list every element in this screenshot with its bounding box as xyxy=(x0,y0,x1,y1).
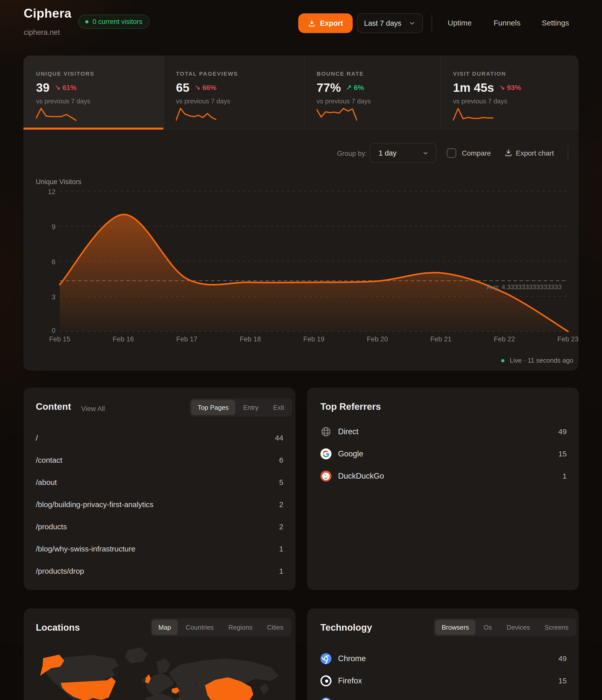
list-item[interactable]: DuckDuckGo 1 xyxy=(320,465,567,487)
list-item-partial[interactable] xyxy=(320,692,567,700)
live-status: Live · 11 seconds ago xyxy=(510,356,573,365)
stat-compare: vs previous 7 days xyxy=(317,97,371,105)
x-tick: Feb 21 xyxy=(425,335,457,343)
compare-checkbox[interactable] xyxy=(447,148,456,158)
list-item[interactable]: /products/drop1 xyxy=(36,560,283,582)
x-tick: Feb 17 xyxy=(170,335,203,343)
list-item[interactable]: /blog/why-swiss-infrastructure1 xyxy=(36,538,283,560)
referrers-card xyxy=(307,388,579,590)
stat-compare: vs previous 7 days xyxy=(176,97,230,105)
stat-label: TOTAL PAGEVIEWS xyxy=(176,71,238,77)
page-path: /blog/building-privacy-first-analytics xyxy=(36,500,153,509)
download-icon xyxy=(504,148,513,157)
date-range-dropdown[interactable]: Last 7 days xyxy=(357,14,423,33)
stat-compare: vs previous 7 days xyxy=(36,97,90,105)
page-count: 6 xyxy=(279,456,283,465)
average-line-label: Avg: 4.333333333333333 xyxy=(487,283,562,291)
group-by-value: 1 day xyxy=(379,149,397,157)
tab-screens[interactable]: Screens xyxy=(538,620,575,635)
list-item[interactable]: /about5 xyxy=(36,471,283,494)
compare-label[interactable]: Compare xyxy=(462,149,491,157)
list-item[interactable]: /blog/building-privacy-first-analytics2 xyxy=(36,494,283,516)
list-item[interactable]: Direct 49 xyxy=(320,421,567,443)
list-item[interactable]: Chrome 49 xyxy=(320,648,567,670)
chevron-down-icon xyxy=(422,150,429,156)
google-icon xyxy=(320,448,331,459)
nav-funnels[interactable]: Funnels xyxy=(494,19,521,27)
export-button[interactable]: Export xyxy=(298,14,353,33)
list-item[interactable]: /contact6 xyxy=(36,449,283,471)
page-count: 44 xyxy=(275,434,283,442)
date-range-value: Last 7 days xyxy=(364,19,401,27)
page-count: 2 xyxy=(279,500,283,509)
y-tick: 12 xyxy=(38,188,55,196)
map-africa xyxy=(143,694,178,700)
export-chart-button[interactable]: Export chart xyxy=(516,149,554,157)
stat-delta: ↘ 93% xyxy=(499,83,521,92)
tab-top-pages[interactable]: Top Pages xyxy=(191,400,235,415)
x-tick: Feb 23 xyxy=(552,335,584,343)
sparkline-visit-duration xyxy=(453,106,493,123)
referrer-count: 15 xyxy=(558,450,567,458)
browser-icon xyxy=(320,698,331,700)
nav-settings[interactable]: Settings xyxy=(542,19,569,27)
stat-label: UNIQUE VISITORS xyxy=(36,71,94,77)
chrome-icon xyxy=(320,653,331,664)
firefox-icon xyxy=(320,675,331,686)
site-title: Ciphera xyxy=(24,6,72,21)
dashboard-page: Ciphera 0 current visitors ciphera.net E… xyxy=(0,0,602,700)
referrer-count: 1 xyxy=(562,472,567,480)
y-tick: 9 xyxy=(38,223,55,231)
y-tick: 6 xyxy=(38,258,55,266)
page-count: 5 xyxy=(279,478,283,487)
page-path: /blog/why-swiss-infrastructure xyxy=(36,545,135,553)
list-item[interactable]: /products2 xyxy=(36,516,283,538)
tab-browsers[interactable]: Browsers xyxy=(435,620,475,635)
list-item[interactable]: Google 15 xyxy=(320,443,567,465)
stat-delta: ↘ 66% xyxy=(194,83,216,92)
list-item[interactable]: /44 xyxy=(36,427,283,449)
download-icon xyxy=(308,19,316,27)
chart-y-axis-title: Unique Visitors xyxy=(36,178,81,186)
stat-value: 77% xyxy=(317,81,341,95)
tab-cities[interactable]: Cities xyxy=(260,620,290,635)
group-by-dropdown[interactable]: 1 day xyxy=(370,143,436,163)
nav-uptime[interactable]: Uptime xyxy=(448,19,472,27)
list-item[interactable]: Firefox 15 xyxy=(320,670,567,692)
page-path: /products/drop xyxy=(36,567,84,575)
map-europe xyxy=(147,674,174,696)
unique-visitors-area-chart[interactable] xyxy=(60,191,568,331)
page-path: /products xyxy=(36,523,67,531)
map-japan xyxy=(260,684,269,695)
live-dot-icon xyxy=(501,359,504,362)
referrer-name: Google xyxy=(338,449,363,458)
world-map[interactable] xyxy=(28,640,291,700)
chevron-down-icon xyxy=(409,20,416,27)
content-list: /44 /contact6 /about5 /blog/building-pri… xyxy=(36,427,283,582)
tab-os[interactable]: Os xyxy=(477,620,498,635)
tab-entry[interactable]: Entry xyxy=(237,400,265,415)
content-tabs: Top Pages Entry Exit xyxy=(190,398,292,417)
stat-card-visit-duration[interactable]: VISIT DURATION 1m 45s ↘ 93% vs previous … xyxy=(441,55,579,129)
browser-name: Chrome xyxy=(338,654,366,663)
tab-devices[interactable]: Devices xyxy=(500,620,536,635)
browser-name: Firefox xyxy=(338,676,362,685)
locations-title: Locations xyxy=(36,622,80,633)
referrer-name: Direct xyxy=(338,427,358,436)
tab-exit[interactable]: Exit xyxy=(267,400,291,415)
content-view-all-link[interactable]: View All xyxy=(81,405,105,413)
group-by-label: Group by: xyxy=(337,150,367,157)
stat-value: 39 xyxy=(36,81,49,95)
stat-card-total-pageviews[interactable]: TOTAL PAGEVIEWS 65 ↘ 66% vs previous 7 d… xyxy=(164,55,304,129)
stat-card-bounce-rate[interactable]: BOUNCE RATE 77% ↗ 6% vs previous 7 days xyxy=(304,55,441,129)
page-path: /contact xyxy=(36,456,62,465)
stat-card-unique-visitors[interactable]: UNIQUE VISITORS 39 ↘ 61% vs previous 7 d… xyxy=(23,55,164,129)
tab-map[interactable]: Map xyxy=(152,620,178,635)
x-tick: Feb 18 xyxy=(234,335,267,343)
page-count: 1 xyxy=(279,545,283,553)
current-visitors-badge: 0 current visitors xyxy=(78,15,150,29)
tab-countries[interactable]: Countries xyxy=(179,620,220,635)
technology-list: Chrome 49 Firefox 15 xyxy=(320,648,567,700)
sparkline-bounce-rate xyxy=(317,106,357,123)
tab-regions[interactable]: Regions xyxy=(222,620,259,635)
